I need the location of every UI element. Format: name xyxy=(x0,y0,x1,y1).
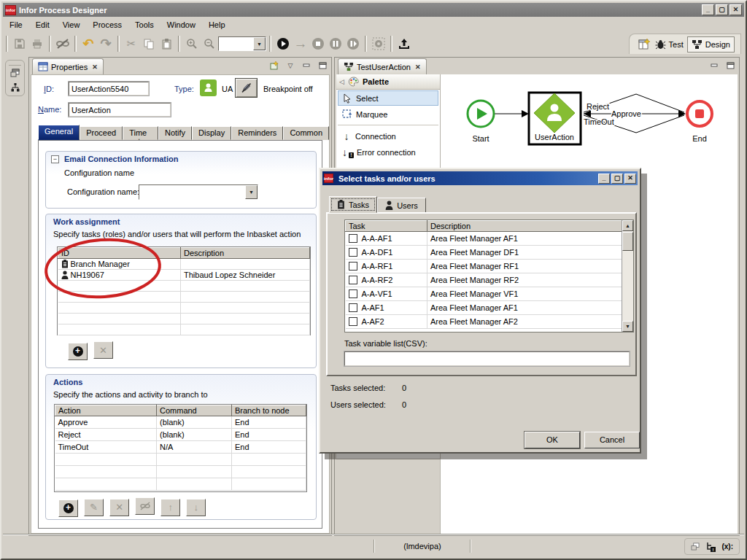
table-row[interactable]: Branch Manager xyxy=(58,259,310,270)
cancel-button[interactable]: Cancel xyxy=(584,432,640,448)
fast-view-icon[interactable] xyxy=(691,542,700,551)
col-command[interactable]: Command xyxy=(157,405,232,416)
move-down-button[interactable]: ↓ xyxy=(186,499,206,516)
tab-timeout[interactable]: Time out xyxy=(123,126,158,140)
table-row[interactable]: A-A-AF1 Area Fleet Manager AF1 xyxy=(346,232,622,246)
print-icon[interactable] xyxy=(28,35,46,52)
col-action[interactable]: Action xyxy=(55,405,157,416)
minimize-button[interactable]: _ xyxy=(702,4,714,15)
minimize-editor-icon[interactable] xyxy=(708,60,720,71)
task-checkbox[interactable] xyxy=(349,262,357,271)
zoom-in-icon[interactable] xyxy=(183,35,201,52)
task-checkbox[interactable] xyxy=(349,248,357,257)
tasks-scrollbar[interactable]: ▲ ▼ xyxy=(622,220,633,332)
step-over-icon[interactable] xyxy=(344,35,362,52)
process-tree-icon[interactable] xyxy=(6,80,24,95)
add-action-button[interactable]: + xyxy=(58,499,78,517)
csv-input[interactable] xyxy=(344,351,630,366)
tab-proceed[interactable]: Proceed xyxy=(80,126,123,140)
cut-icon[interactable]: ✂ xyxy=(123,35,140,52)
table-row-empty[interactable] xyxy=(58,314,310,324)
undo-icon[interactable]: ↶ xyxy=(80,35,97,52)
task-checkbox[interactable] xyxy=(349,303,357,312)
node-start[interactable]: Start xyxy=(468,101,494,143)
palette-item-select[interactable]: Select xyxy=(338,90,438,106)
tab-notify[interactable]: Notify xyxy=(158,126,192,140)
maximize-editor-icon[interactable] xyxy=(724,60,736,71)
node-useraction[interactable]: UserAction xyxy=(529,93,581,144)
maximize-view-icon[interactable] xyxy=(317,60,328,71)
tab-reminders[interactable]: Reminders xyxy=(231,126,283,140)
palette-item-error-connection[interactable]: ↓ ! Error connection xyxy=(338,144,438,160)
table-row-empty[interactable] xyxy=(58,303,310,314)
collapse-palette-icon[interactable]: ◁ xyxy=(339,78,344,85)
col-description[interactable]: Description xyxy=(181,248,310,259)
perspective-test-button[interactable]: Test xyxy=(651,37,687,52)
copy-icon[interactable] xyxy=(140,35,158,52)
add-assignment-button[interactable]: + xyxy=(68,343,88,360)
palette-item-connection[interactable]: ↓ Connection xyxy=(338,128,438,144)
upload-icon[interactable] xyxy=(395,35,413,52)
palette-header[interactable]: ◁ Palette xyxy=(336,74,440,90)
menu-edit[interactable]: Edit xyxy=(29,19,56,31)
menu-tools[interactable]: Tools xyxy=(128,19,160,31)
name-field[interactable] xyxy=(69,103,171,117)
maximize-button[interactable]: ▢ xyxy=(716,4,728,15)
tab-display[interactable]: Display xyxy=(192,126,231,140)
dialog-tab-tasks[interactable]: Tasks xyxy=(329,196,377,213)
configuration-combo-dropdown-icon[interactable]: ▼ xyxy=(245,185,258,199)
id-field[interactable] xyxy=(69,82,149,96)
editor-tab-testuseraction[interactable]: TestUserAction ✕ xyxy=(338,58,427,74)
dialog-maximize-button[interactable]: ▢ xyxy=(611,174,623,184)
menu-process[interactable]: Process xyxy=(86,19,128,31)
dialog-close-button[interactable]: ✕ xyxy=(624,174,636,184)
collapse-section-icon[interactable]: − xyxy=(51,155,59,163)
dialog-minimize-button[interactable]: _ xyxy=(598,174,610,184)
table-row-empty[interactable] xyxy=(58,281,310,292)
col-task[interactable]: Task xyxy=(346,221,427,232)
table-row[interactable]: A-A-RF1 Area Fleet Manager RF1 xyxy=(346,260,622,273)
error-log-tree-icon[interactable]: ! xyxy=(705,542,716,552)
step-icon[interactable]: → xyxy=(292,35,309,52)
ok-button[interactable]: OK xyxy=(525,432,580,448)
table-row-empty[interactable] xyxy=(55,466,306,478)
delete-action-button[interactable]: ✕ xyxy=(109,499,129,516)
restore-view-icon[interactable] xyxy=(6,66,24,80)
node-end[interactable]: End xyxy=(687,101,712,143)
scroll-up-icon[interactable]: ▲ xyxy=(622,220,633,231)
tab-general[interactable]: General xyxy=(38,125,80,140)
minimize-view-icon[interactable] xyxy=(301,60,312,71)
unlink-action-button[interactable] xyxy=(135,497,155,515)
table-row-empty[interactable] xyxy=(55,454,306,466)
menu-window[interactable]: Window xyxy=(160,19,202,31)
col-task-description[interactable]: Description xyxy=(427,221,622,232)
redo-icon[interactable]: ↷ xyxy=(97,35,115,52)
close-button[interactable]: ✕ xyxy=(729,4,742,15)
palette-item-marquee[interactable]: Marquee xyxy=(338,106,438,122)
table-row-empty[interactable] xyxy=(58,324,310,335)
menu-help[interactable]: Help xyxy=(202,19,232,31)
dialog-tab-users[interactable]: Users xyxy=(377,198,426,213)
scrollbar-thumb[interactable] xyxy=(622,232,633,251)
properties-view-tab[interactable]: Properties ✕ xyxy=(32,58,104,74)
edge-label-timeout[interactable]: TimeOut xyxy=(584,117,614,126)
task-checkbox[interactable] xyxy=(349,276,357,284)
table-row[interactable]: Approve(blank)End xyxy=(55,416,306,429)
breakpoints-icon[interactable] xyxy=(370,35,387,52)
table-row-empty[interactable] xyxy=(55,478,306,491)
table-row[interactable]: A-A-DF1 Area Fleet Manager DF1 xyxy=(346,246,622,260)
paste-icon[interactable] xyxy=(158,35,175,52)
breakpoint-toggle-button[interactable] xyxy=(235,78,258,98)
edge-label-reject[interactable]: Reject xyxy=(587,102,609,111)
task-checkbox[interactable] xyxy=(349,289,357,298)
close-editor-icon[interactable]: ✕ xyxy=(415,63,421,71)
col-id[interactable]: ID xyxy=(58,248,181,259)
col-branch-to-node[interactable]: Branch to node xyxy=(232,405,306,416)
stop-icon[interactable] xyxy=(309,35,327,52)
tab-common[interactable]: Common xyxy=(283,126,329,140)
task-checkbox[interactable] xyxy=(349,317,357,326)
table-row[interactable]: NH19067 Thibaud Lopez Schneider xyxy=(58,270,310,281)
table-row-empty[interactable] xyxy=(58,292,310,303)
view-menu-icon[interactable]: ▽ xyxy=(285,60,296,71)
configuration-name-combo[interactable]: ▼ xyxy=(139,184,258,200)
